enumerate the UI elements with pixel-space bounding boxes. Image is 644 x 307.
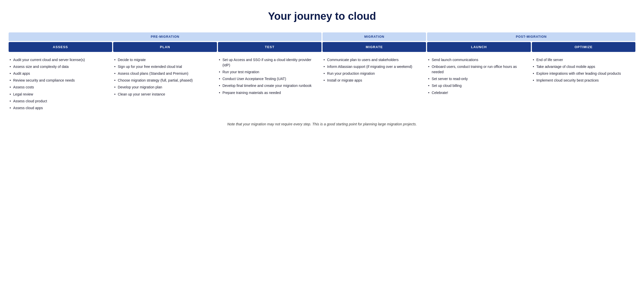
col-header-plan: PLAN [113, 42, 217, 52]
col-header-test: TEST [218, 42, 321, 52]
list-item: Onboard users, conduct training or run o… [428, 63, 528, 75]
page-title: Your journey to cloud [8, 10, 636, 22]
list-item: Clean up your server instance [114, 91, 214, 98]
assess-items: Audit your current cloud and server lice… [9, 53, 112, 115]
list-item: Legal review [10, 91, 110, 98]
list-item: Set server to read-only [428, 75, 528, 82]
list-item: Assess cloud plans (Standard and Premium… [114, 70, 214, 77]
list-item: Send launch communications [428, 56, 528, 63]
list-item: Audit your current cloud and server lice… [10, 56, 110, 63]
column-header-row: ASSESS PLAN TEST MIGRATE LAUNCH OPTIMIZE [9, 42, 635, 52]
list-item: Communicate plan to users and stakeholde… [324, 56, 424, 63]
note-text: Note that your migration may not require… [9, 116, 635, 126]
content-row: Audit your current cloud and server lice… [9, 53, 635, 115]
phase-header-row: PRE-MIGRATION MIGRATION POST-MIGRATION [9, 32, 635, 41]
test-items: Set up Access and SSO if using a cloud i… [218, 53, 321, 115]
list-item: Inform Atlassian support (if migrating o… [324, 63, 424, 70]
journey-table: PRE-MIGRATION MIGRATION POST-MIGRATION A… [8, 31, 636, 127]
plan-items: Decide to migrateSign up for your free e… [113, 53, 217, 115]
col-header-optimize: OPTIMIZE [532, 42, 635, 52]
list-item: Set up Access and SSO if using a cloud i… [219, 56, 319, 69]
col-header-launch: LAUNCH [427, 42, 531, 52]
journey-table-wrapper: PRE-MIGRATION MIGRATION POST-MIGRATION A… [8, 31, 636, 127]
col-header-migrate: MIGRATE [323, 42, 426, 52]
optimize-items: End of life serverTake advantage of clou… [532, 53, 635, 115]
list-item: Develop final timeline and create your m… [219, 82, 319, 89]
list-item: Conduct User Acceptance Testing (UAT) [219, 75, 319, 82]
list-item: Review security and compliance needs [10, 77, 110, 84]
list-item: Assess cloud apps [10, 105, 110, 111]
phase-migration: MIGRATION [323, 32, 426, 41]
list-item: Develop your migration plan [114, 84, 214, 91]
list-item: Implement cloud security best practices [533, 77, 633, 84]
list-item: Assess costs [10, 84, 110, 91]
list-item: Set up cloud billing [428, 82, 528, 89]
list-item: Prepare training materials as needed [219, 89, 319, 96]
migrate-items: Communicate plan to users and stakeholde… [323, 53, 426, 115]
list-item: Install or migrate apps [324, 77, 424, 84]
list-item: Audit apps [10, 70, 110, 77]
list-item: Decide to migrate [114, 56, 214, 63]
list-item: End of life server [533, 56, 633, 63]
phase-pre-migration: PRE-MIGRATION [9, 32, 321, 41]
list-item: Run your production migration [324, 70, 424, 77]
list-item: Choose migration strategy (full, partial… [114, 77, 214, 84]
list-item: Assess cloud product [10, 98, 110, 105]
list-item: Explore integrations with other leading … [533, 70, 633, 77]
col-header-assess: ASSESS [9, 42, 112, 52]
list-item: Take advantage of cloud mobile apps [533, 63, 633, 70]
list-item: Run your test migration [219, 69, 319, 75]
list-item: Assess size and complexity of data [10, 63, 110, 70]
list-item: Celebrate! [428, 89, 528, 96]
list-item: Sign up for your free extended cloud tri… [114, 63, 214, 70]
launch-items: Send launch communicationsOnboard users,… [427, 53, 531, 115]
phase-post-migration: POST-MIGRATION [427, 32, 635, 41]
note-row: Note that your migration may not require… [9, 116, 635, 126]
